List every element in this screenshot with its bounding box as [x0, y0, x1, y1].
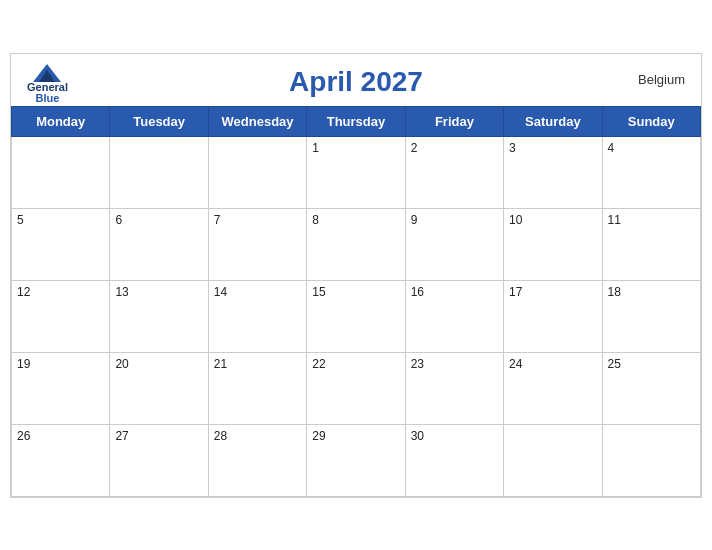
day-number-1: 1: [312, 141, 399, 155]
calendar-cell-w4-d7: 25: [602, 352, 700, 424]
day-number-11: 11: [608, 213, 695, 227]
weekday-header-row: Monday Tuesday Wednesday Thursday Friday…: [12, 106, 701, 136]
calendar-cell-w5-d6: [504, 424, 602, 496]
calendar-cell-w1-d7: 4: [602, 136, 700, 208]
day-number-24: 24: [509, 357, 596, 371]
header-friday: Friday: [405, 106, 503, 136]
calendar-cell-w3-d6: 17: [504, 280, 602, 352]
day-number-19: 19: [17, 357, 104, 371]
calendar-cell-w3-d2: 13: [110, 280, 208, 352]
header-tuesday: Tuesday: [110, 106, 208, 136]
calendar: General Blue April 2027 Belgium Monday T…: [10, 53, 702, 498]
week-row-5: 2627282930: [12, 424, 701, 496]
calendar-cell-w3-d1: 12: [12, 280, 110, 352]
calendar-cell-w4-d4: 22: [307, 352, 405, 424]
day-number-25: 25: [608, 357, 695, 371]
calendar-cell-w2-d3: 7: [208, 208, 306, 280]
country-label: Belgium: [638, 72, 685, 87]
day-number-29: 29: [312, 429, 399, 443]
calendar-cell-w5-d4: 29: [307, 424, 405, 496]
day-number-15: 15: [312, 285, 399, 299]
week-row-1: 1234: [12, 136, 701, 208]
day-number-5: 5: [17, 213, 104, 227]
day-number-27: 27: [115, 429, 202, 443]
day-number-4: 4: [608, 141, 695, 155]
logo: General Blue: [27, 64, 68, 104]
calendar-cell-w2-d7: 11: [602, 208, 700, 280]
day-number-28: 28: [214, 429, 301, 443]
week-row-3: 12131415161718: [12, 280, 701, 352]
day-number-7: 7: [214, 213, 301, 227]
day-number-10: 10: [509, 213, 596, 227]
day-number-14: 14: [214, 285, 301, 299]
calendar-table: Monday Tuesday Wednesday Thursday Friday…: [11, 106, 701, 497]
header-thursday: Thursday: [307, 106, 405, 136]
week-row-2: 567891011: [12, 208, 701, 280]
week-row-4: 19202122232425: [12, 352, 701, 424]
day-number-18: 18: [608, 285, 695, 299]
calendar-cell-w2-d6: 10: [504, 208, 602, 280]
logo-general: General: [27, 82, 68, 93]
calendar-cell-w4-d2: 20: [110, 352, 208, 424]
header-sunday: Sunday: [602, 106, 700, 136]
calendar-cell-w5-d7: [602, 424, 700, 496]
calendar-cell-w3-d4: 15: [307, 280, 405, 352]
day-number-16: 16: [411, 285, 498, 299]
logo-blue: Blue: [36, 93, 60, 104]
calendar-header: General Blue April 2027 Belgium: [11, 54, 701, 106]
day-number-13: 13: [115, 285, 202, 299]
header-saturday: Saturday: [504, 106, 602, 136]
calendar-cell-w1-d4: 1: [307, 136, 405, 208]
day-number-22: 22: [312, 357, 399, 371]
calendar-cell-w1-d3: [208, 136, 306, 208]
calendar-cell-w2-d5: 9: [405, 208, 503, 280]
day-number-20: 20: [115, 357, 202, 371]
day-number-9: 9: [411, 213, 498, 227]
day-number-3: 3: [509, 141, 596, 155]
day-number-21: 21: [214, 357, 301, 371]
calendar-cell-w3-d7: 18: [602, 280, 700, 352]
day-number-26: 26: [17, 429, 104, 443]
calendar-cell-w2-d1: 5: [12, 208, 110, 280]
calendar-title: April 2027: [289, 66, 423, 98]
logo-icon: [33, 64, 61, 82]
calendar-cell-w3-d5: 16: [405, 280, 503, 352]
day-number-17: 17: [509, 285, 596, 299]
calendar-cell-w4-d1: 19: [12, 352, 110, 424]
calendar-cell-w5-d5: 30: [405, 424, 503, 496]
day-number-12: 12: [17, 285, 104, 299]
calendar-cell-w1-d2: [110, 136, 208, 208]
calendar-cell-w4-d5: 23: [405, 352, 503, 424]
day-number-30: 30: [411, 429, 498, 443]
day-number-8: 8: [312, 213, 399, 227]
calendar-cell-w1-d5: 2: [405, 136, 503, 208]
day-number-23: 23: [411, 357, 498, 371]
header-monday: Monday: [12, 106, 110, 136]
calendar-cell-w1-d6: 3: [504, 136, 602, 208]
calendar-cell-w1-d1: [12, 136, 110, 208]
day-number-6: 6: [115, 213, 202, 227]
calendar-cell-w3-d3: 14: [208, 280, 306, 352]
calendar-cell-w5-d2: 27: [110, 424, 208, 496]
day-number-2: 2: [411, 141, 498, 155]
calendar-cell-w4-d6: 24: [504, 352, 602, 424]
calendar-cell-w2-d2: 6: [110, 208, 208, 280]
calendar-cell-w2-d4: 8: [307, 208, 405, 280]
calendar-cell-w5-d1: 26: [12, 424, 110, 496]
calendar-cell-w5-d3: 28: [208, 424, 306, 496]
calendar-cell-w4-d3: 21: [208, 352, 306, 424]
header-wednesday: Wednesday: [208, 106, 306, 136]
calendar-body: 1234567891011121314151617181920212223242…: [12, 136, 701, 496]
